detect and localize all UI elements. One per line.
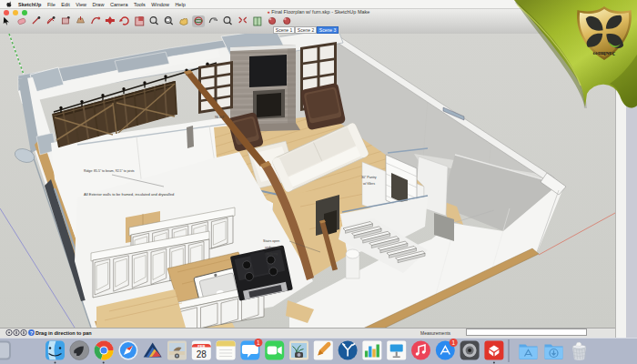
svg-text:w/ fillers: w/ fillers [363,182,375,186]
svg-text:All Exterior walls to be frame: All Exterior walls to be framed, insulat… [84,192,175,197]
svg-text:?: ? [30,330,34,336]
svg-text:1: 1 [257,339,260,346]
svg-text:Stairs open: Stairs open [263,239,279,243]
svg-text:1: 1 [451,339,455,346]
svg-text:FEB: FEB [197,344,205,349]
svg-text:30" Pantry: 30" Pantry [361,176,377,179]
svg-text:ωɞɰɴʋʗ: ωɞɰɴʋʗ [593,49,616,56]
svg-text:to living: to living [267,252,278,256]
svg-text:28: 28 [197,349,207,359]
svg-text:underneath: underneath [265,246,281,249]
svg-text:96 3/4": 96 3/4" [215,116,226,119]
svg-text:Ridge: 85.5" to beam, 92.5" to: Ridge: 85.5" to beam, 92.5" to joists [84,169,135,173]
